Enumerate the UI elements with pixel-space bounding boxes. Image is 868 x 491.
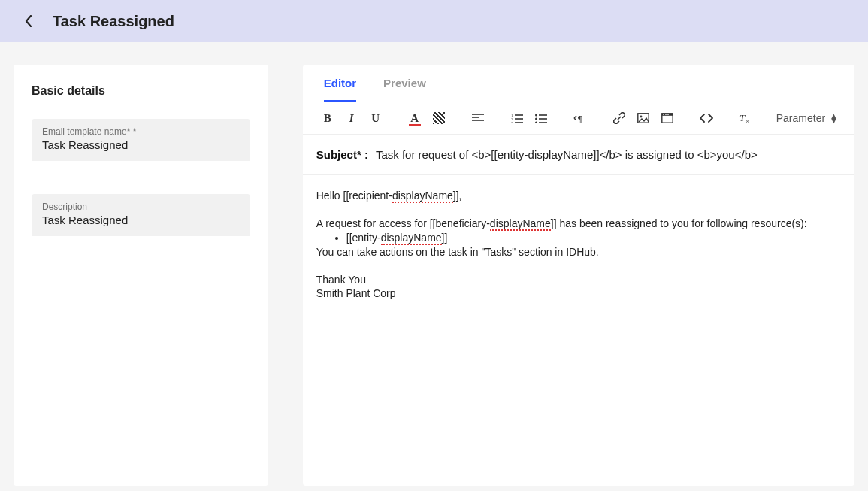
basic-details-heading: Basic details: [32, 84, 250, 98]
ordered-list-icon[interactable]: 123: [509, 110, 525, 126]
body-line-thanks: Thank You: [316, 273, 841, 287]
svg-text:3: 3: [511, 121, 513, 123]
align-left-icon[interactable]: [470, 110, 486, 126]
basic-details-card: Basic details Email template name* * Des…: [14, 65, 268, 486]
editor-tabs: Editor Preview: [303, 65, 854, 102]
parameter-label: Parameter: [776, 112, 825, 124]
sort-icon: ▲▼: [830, 114, 838, 123]
email-body-editor[interactable]: Hello [[recipient-displayName]], A reque…: [303, 175, 854, 416]
tab-preview[interactable]: Preview: [383, 77, 426, 102]
clear-format-icon[interactable]: T×: [737, 110, 754, 126]
svg-text:×: ×: [746, 117, 749, 124]
description-field[interactable]: Description: [32, 194, 250, 236]
paragraph-format-icon[interactable]: ¶: [572, 110, 588, 126]
svg-text:T: T: [739, 112, 746, 123]
body-line-signature: Smith Plant Corp: [316, 286, 841, 301]
italic-icon[interactable]: I: [343, 110, 360, 126]
template-name-label: Email template name* *: [42, 126, 240, 137]
svg-point-22: [665, 114, 667, 116]
parameter-dropdown[interactable]: Parameter ▲▼: [776, 112, 838, 124]
code-view-icon[interactable]: [698, 110, 715, 126]
template-name-input[interactable]: [42, 138, 240, 151]
subject-label: Subject* :: [316, 148, 368, 161]
tab-editor[interactable]: Editor: [324, 77, 356, 102]
underline-icon[interactable]: U: [367, 110, 384, 126]
editor-card: Editor Preview B I U A 123: [303, 65, 854, 486]
svg-point-21: [663, 114, 664, 116]
video-icon[interactable]: [659, 110, 676, 126]
description-input[interactable]: [42, 214, 240, 226]
svg-point-14: [535, 118, 537, 120]
list-item: [[entity-displayName]]: [346, 231, 841, 245]
body-line-request: A request for access for [[beneficiary-d…: [316, 217, 841, 231]
page-header: Task Reassigned: [0, 0, 868, 42]
svg-text:¶: ¶: [578, 113, 582, 123]
page-title: Task Reassigned: [53, 13, 174, 30]
svg-point-13: [535, 114, 537, 117]
svg-point-15: [535, 122, 537, 124]
description-label: Description: [42, 202, 240, 212]
link-icon[interactable]: [611, 110, 628, 126]
text-color-icon[interactable]: A: [407, 110, 423, 126]
image-icon[interactable]: [635, 110, 652, 126]
back-button[interactable]: [18, 11, 39, 32]
subject-input[interactable]: Task for request of <b>[[entity-displayN…: [376, 148, 841, 161]
body-line-greeting: Hello [[recipient-displayName]],: [316, 189, 841, 203]
highlight-icon[interactable]: [431, 110, 447, 126]
editor-toolbar: B I U A 123: [303, 102, 854, 135]
template-name-field[interactable]: Email template name* *: [32, 119, 250, 161]
svg-point-23: [667, 114, 669, 116]
unordered-list-icon[interactable]: [533, 110, 549, 126]
body-resources-list: [[entity-displayName]]: [316, 231, 841, 245]
subject-row: Subject* : Task for request of <b>[[enti…: [303, 135, 854, 175]
svg-point-18: [640, 116, 642, 118]
body-line-actions: You can take actions on the task in "Tas…: [316, 245, 841, 259]
bold-icon[interactable]: B: [319, 110, 336, 126]
